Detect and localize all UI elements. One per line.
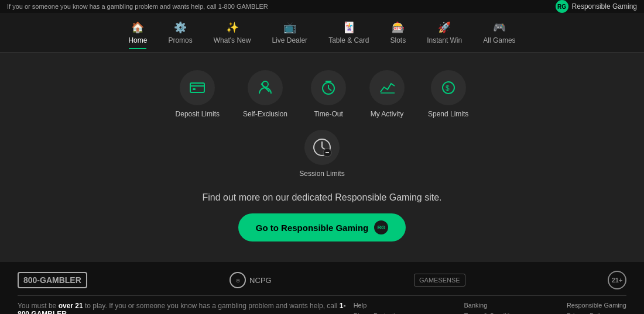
footer-logos: 800-GAMBLER ◎ NCPG GAMESENSE 21+ (18, 271, 626, 296)
nav-label-slots: Slots (390, 36, 406, 44)
live-dealer-icon: 📺 (283, 21, 296, 34)
must-be-prefix: You must be (18, 302, 56, 310)
rg-item-my-activity[interactable]: My Activity (369, 70, 405, 118)
footer-link-help[interactable]: Help (354, 302, 417, 309)
ncpg-circle-icon: ◎ (229, 272, 246, 288)
session-limits-icon (304, 130, 340, 165)
table-card-icon: 🃏 (342, 21, 355, 34)
rg-circle-icon: RG (556, 0, 568, 13)
rg-tools-row: Deposit Limits Self-Exclusion (0, 64, 644, 127)
main-content: Deposit Limits Self-Exclusion (0, 53, 644, 262)
age-badge: 21+ (608, 271, 626, 289)
spend-limits-icon: $ (431, 70, 466, 105)
footer-bottom: You must be over 21 to play. If you or s… (18, 296, 626, 314)
footer-col-3: Responsible Gaming Privacy Policy (567, 302, 626, 314)
footer-col-2: Banking Terms & Conditions (464, 302, 520, 314)
nav-item-instant-win[interactable]: 🚀 Instant Win (416, 16, 472, 49)
rg-button-badge: RG (374, 220, 388, 234)
footer-link-banking[interactable]: Banking (464, 302, 520, 309)
home-icon: 🏠 (131, 21, 144, 34)
nav-item-slots[interactable]: 🎰 Slots (380, 16, 417, 49)
all-games-icon: 🎮 (493, 21, 506, 34)
rg-item-deposit-limits[interactable]: Deposit Limits (176, 70, 220, 118)
footer-bottom-left: You must be over 21 to play. If you or s… (18, 296, 354, 314)
rg-item-time-out[interactable]: Time-Out (311, 70, 346, 118)
svg-text:$: $ (446, 84, 450, 92)
nav-label-home: Home (128, 36, 147, 44)
slots-icon: 🎰 (392, 21, 405, 34)
time-out-label: Time-Out (314, 110, 343, 118)
rg-item-self-exclusion[interactable]: Self-Exclusion (243, 70, 287, 118)
nav-label-instant-win: Instant Win (427, 36, 462, 44)
svg-rect-0 (190, 83, 204, 92)
self-exclusion-label: Self-Exclusion (243, 110, 287, 118)
gambler-logo: 800-GAMBLER (18, 272, 87, 288)
self-exclusion-icon (248, 70, 283, 105)
nav-label-whats-new: What's New (214, 36, 251, 44)
rg-item-session-limits[interactable]: Session Limits (299, 130, 344, 178)
deposit-limits-label: Deposit Limits (176, 110, 220, 118)
my-activity-label: My Activity (371, 110, 404, 118)
nav-item-table-card[interactable]: 🃏 Table & Card (318, 16, 379, 49)
nav-label-table-card: Table & Card (328, 36, 369, 44)
must-be-text: You must be over 21 to play. If you or s… (18, 296, 354, 314)
nav-item-promos[interactable]: ⚙️ Promos (157, 16, 203, 49)
instant-win-icon: 🚀 (438, 21, 451, 34)
time-out-icon (311, 70, 346, 105)
over-21-text: over 21 (59, 302, 83, 310)
nav-label-live-dealer: Live Dealer (272, 36, 307, 44)
game-sense-logo: GAMESENSE (414, 274, 465, 287)
top-bar: If you or someone you know has a gamblin… (0, 0, 644, 13)
session-limits-label: Session Limits (299, 170, 344, 178)
rg-item-spend-limits[interactable]: $ Spend Limits (428, 70, 468, 118)
nav-item-home[interactable]: 🏠 Home (118, 16, 157, 49)
svg-line-7 (328, 88, 331, 91)
my-activity-icon (369, 70, 405, 105)
rg-button-wrap: Go to Responsible Gaming RG (0, 208, 644, 256)
nav-item-live-dealer[interactable]: 📺 Live Dealer (261, 16, 318, 49)
must-be-suffix: to play. If you or someone you know has … (85, 302, 340, 310)
nav-label-promos: Promos (168, 36, 192, 44)
nav-label-all-games: All Games (483, 36, 515, 44)
whats-new-icon: ✨ (226, 21, 239, 34)
footer-col-1: Help Player Protection Complaints Proced… (354, 302, 417, 314)
go-to-rg-button[interactable]: Go to Responsible Gaming RG (238, 213, 406, 241)
ncpg-label: NCPG (249, 276, 272, 285)
find-out-more-text: Find out more on our dedicated Responsib… (0, 184, 644, 208)
rg-button-label: Go to Responsible Gaming (256, 223, 369, 233)
ncpg-logo: ◎ NCPG (229, 272, 272, 288)
promos-icon: ⚙️ (174, 21, 187, 34)
nav-item-whats-new[interactable]: ✨ What's New (203, 16, 262, 49)
nav-item-all-games[interactable]: 🎮 All Games (472, 16, 526, 49)
footer: 800-GAMBLER ◎ NCPG GAMESENSE 21+ You mus… (0, 262, 644, 314)
spend-limits-label: Spend Limits (428, 110, 468, 118)
svg-rect-2 (193, 88, 196, 90)
rg-label: Responsible Gaming (572, 2, 637, 11)
deposit-limits-icon (180, 70, 215, 105)
problem-gambling-message: If you or someone you know has a gamblin… (7, 3, 268, 10)
footer-link-responsible-gaming[interactable]: Responsible Gaming (567, 302, 626, 309)
session-limits-row: Session Limits (0, 127, 644, 184)
rg-badge[interactable]: RG Responsible Gaming (556, 0, 637, 13)
footer-links: Help Player Protection Complaints Proced… (354, 296, 626, 314)
nav-bar: 🏠 Home ⚙️ Promos ✨ What's New 📺 Live Dea… (0, 13, 644, 53)
